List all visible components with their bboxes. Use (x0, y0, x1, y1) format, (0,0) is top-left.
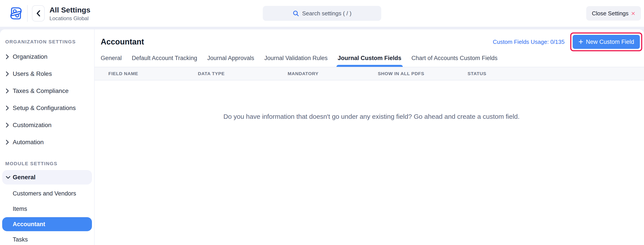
tab-default-account-tracking[interactable]: Default Account Tracking (132, 55, 197, 67)
sidebar-item-taxes-compliance[interactable]: Taxes & Compliance (2, 82, 92, 100)
sidebar-item-items[interactable]: Items (2, 201, 92, 216)
custom-fields-usage-link[interactable]: Custom Fields Usage: 0/135 (493, 39, 564, 45)
sidebar-item-accountant[interactable]: Accountant (2, 217, 92, 231)
sidebar-item-label: Customers and Vendors (13, 190, 76, 197)
new-custom-field-button[interactable]: + New Custom Field (573, 35, 640, 49)
org-settings-section-label: ORGANIZATION SETTINGS (5, 39, 92, 45)
sidebar-item-label: General (13, 174, 36, 181)
search-icon (292, 10, 299, 17)
sidebar-item-customers-and-vendors[interactable]: Customers and Vendors (2, 186, 92, 201)
sidebar-item-users-roles[interactable]: Users & Roles (2, 65, 92, 82)
sidebar-item-label: Items (13, 205, 27, 212)
chevron-left-icon (36, 10, 40, 17)
sidebar-item-setup-configurations[interactable]: Setup & Configurations (2, 100, 92, 117)
section-spacer (2, 151, 92, 161)
chevron-right-icon (6, 54, 10, 59)
sidebar-item-label: Users & Roles (13, 70, 52, 77)
close-settings-button[interactable]: Close Settings × (586, 6, 641, 21)
tab-chart-of-accounts-custom-fields[interactable]: Chart of Accounts Custom Fields (412, 55, 498, 67)
chevron-right-icon (6, 105, 10, 111)
page-title: All Settings (50, 6, 90, 14)
header-actions: Custom Fields Usage: 0/135 + New Custom … (493, 33, 642, 51)
tab-journal-validation-rules[interactable]: Journal Validation Rules (264, 55, 328, 67)
close-settings-label: Close Settings (592, 10, 629, 17)
sidebar-item-label: Setup & Configurations (13, 105, 76, 112)
sidebar-item-label: Customization (13, 122, 52, 129)
sidebar-item-customization[interactable]: Customization (2, 117, 92, 134)
top-header-bar: All Settings Locations Global Search set… (0, 0, 644, 27)
sidebar-item-label: Taxes & Compliance (13, 87, 68, 94)
column-header-data-type: DATA TYPE (198, 71, 288, 76)
search-placeholder: Search settings ( / ) (302, 10, 351, 17)
page-subtitle: Locations Global (50, 15, 90, 22)
header-divider (27, 5, 28, 22)
chevron-right-icon (6, 140, 10, 145)
plus-icon: + (578, 38, 583, 46)
content-panel: ORGANIZATION SETTINGS Organization Users… (0, 29, 644, 245)
column-header-show-in-all-pdfs: SHOW IN ALL PDFS (378, 71, 468, 76)
chevron-right-icon (6, 88, 10, 94)
tab-journal-custom-fields[interactable]: Journal Custom Fields (338, 55, 402, 67)
main-content: Accountant Custom Fields Usage: 0/135 + … (94, 29, 644, 245)
sidebar-item-organization[interactable]: Organization (2, 48, 92, 65)
module-settings-section-label: MODULE SETTINGS (5, 161, 92, 167)
header-title-block: All Settings Locations Global (50, 6, 90, 22)
table-header-row: FIELD NAME DATA TYPE MANDATORY SHOW IN A… (94, 67, 644, 80)
x-icon: × (631, 10, 635, 17)
sidebar-item-tasks[interactable]: Tasks (2, 232, 92, 245)
sidebar-item-label: Organization (13, 53, 48, 60)
sidebar-item-label: Automation (13, 139, 44, 146)
empty-state-message: Do you have information that doesn't go … (101, 113, 642, 120)
sidebar-item-automation[interactable]: Automation (2, 134, 92, 151)
app-logo[interactable] (8, 5, 24, 22)
chevron-down-icon (6, 176, 10, 179)
books-logo-icon (9, 5, 23, 22)
search-input[interactable]: Search settings ( / ) (263, 6, 381, 21)
column-header-status: STATUS (468, 71, 644, 76)
settings-sidebar: ORGANIZATION SETTINGS Organization Users… (0, 29, 94, 245)
sidebar-item-label: Tasks (13, 236, 28, 243)
sidebar-item-general[interactable]: General (2, 170, 92, 184)
tab-journal-approvals[interactable]: Journal Approvals (207, 55, 254, 67)
sidebar-item-label: Accountant (13, 221, 45, 228)
new-custom-field-label: New Custom Field (586, 39, 634, 45)
chevron-right-icon (6, 123, 10, 128)
chevron-right-icon (6, 71, 10, 77)
tab-bar: General Default Account Tracking Journal… (101, 55, 642, 67)
tab-general[interactable]: General (101, 55, 122, 67)
back-button[interactable] (32, 5, 45, 22)
column-header-mandatory: MANDATORY (288, 71, 378, 76)
main-header-row: Accountant Custom Fields Usage: 0/135 + … (101, 29, 642, 52)
content-title: Accountant (101, 37, 144, 47)
column-header-field-name: FIELD NAME (108, 71, 198, 76)
annotation-highlight-box: + New Custom Field (570, 33, 642, 51)
